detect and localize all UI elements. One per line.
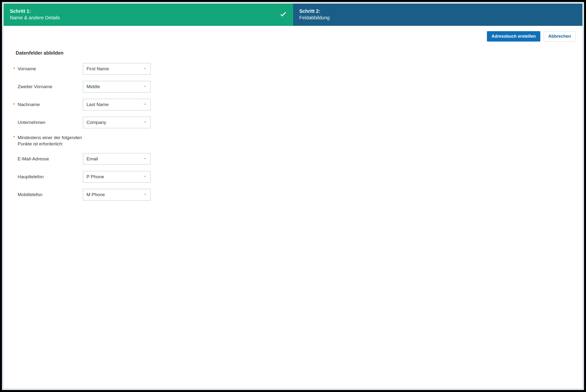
step-1-number: Schritt 1:: [10, 8, 60, 14]
chevron-down-icon: [143, 102, 147, 107]
cancel-button[interactable]: Abbrechen: [544, 31, 575, 42]
field-row-mainphone: Haupttelefon P Phone: [13, 171, 573, 182]
label-note: Mindestens einer der folgenden Punkte is…: [18, 134, 83, 147]
field-row-lastname: * Nachname Last Name: [13, 99, 573, 110]
section-title: Datenfelder abbilden: [16, 50, 573, 56]
select-mobile-value: M Phone: [87, 192, 105, 197]
label-mobile: Mobiltelefon: [18, 192, 83, 198]
content-area: Datenfelder abbilden * Vorname First Nam…: [4, 43, 582, 209]
required-marker-empty: [13, 176, 18, 177]
field-row-email: E-Mail-Adresse Email: [13, 153, 573, 165]
chevron-down-icon: [143, 120, 147, 125]
field-row-company: Unternehmen Company: [13, 117, 573, 128]
select-firstname[interactable]: First Name: [83, 63, 151, 75]
select-mainphone[interactable]: P Phone: [83, 171, 151, 182]
step-1[interactable]: Schritt 1: Name & andere Details: [4, 4, 293, 26]
stepper: Schritt 1: Name & andere Details Schritt…: [4, 4, 582, 26]
label-middlename: Zweiter Vorname: [18, 84, 83, 90]
step-2[interactable]: Schritt 2: Feldabbildung: [293, 4, 582, 26]
select-lastname[interactable]: Last Name: [83, 99, 151, 110]
label-company: Unternehmen: [18, 119, 83, 126]
label-email: E-Mail-Adresse: [18, 156, 83, 162]
chevron-down-icon: [143, 192, 147, 197]
step-1-name: Name & andere Details: [10, 15, 60, 20]
select-mainphone-value: P Phone: [87, 174, 104, 180]
label-firstname: Vorname: [18, 66, 83, 72]
dialog: Schritt 1: Name & andere Details Schritt…: [4, 4, 582, 388]
chevron-down-icon: [143, 174, 147, 179]
field-row-middlename: Zweiter Vorname Middle: [13, 81, 573, 92]
chevron-down-icon: [143, 156, 147, 161]
required-marker: *: [13, 102, 18, 108]
select-lastname-value: Last Name: [87, 102, 109, 107]
step-2-name: Feldabbildung: [299, 15, 330, 20]
field-row-note: * Mindestens einer der folgenden Punkte …: [13, 134, 573, 147]
select-company[interactable]: Company: [83, 117, 151, 128]
select-email-value: Email: [87, 156, 98, 162]
select-firstname-value: First Name: [87, 66, 109, 72]
required-marker-empty: [13, 86, 18, 87]
required-marker: *: [13, 134, 18, 140]
window-frame: Schritt 1: Name & andere Details Schritt…: [2, 2, 584, 390]
step-2-number: Schritt 2:: [299, 8, 330, 14]
label-lastname: Nachname: [18, 102, 83, 108]
check-icon: [280, 10, 287, 18]
label-mainphone: Haupttelefon: [18, 174, 83, 180]
create-address-book-button[interactable]: Adressbuch erstellen: [487, 31, 540, 42]
required-marker: *: [13, 66, 18, 72]
required-marker-empty: [13, 122, 18, 123]
select-mobile[interactable]: M Phone: [83, 189, 151, 200]
field-row-firstname: * Vorname First Name: [13, 63, 573, 75]
required-marker-empty: [13, 194, 18, 195]
select-company-value: Company: [87, 120, 106, 125]
action-bar: Adressbuch erstellen Abbrechen: [4, 26, 582, 43]
select-email[interactable]: Email: [83, 153, 151, 165]
select-middlename[interactable]: Middle: [83, 81, 151, 92]
required-marker-empty: [13, 159, 18, 159]
chevron-down-icon: [143, 84, 147, 89]
field-row-mobile: Mobiltelefon M Phone: [13, 189, 573, 200]
chevron-down-icon: [143, 66, 147, 71]
select-middlename-value: Middle: [87, 84, 100, 89]
